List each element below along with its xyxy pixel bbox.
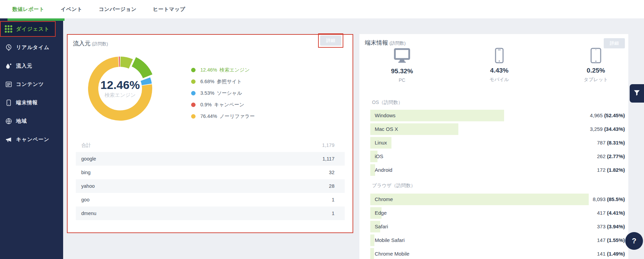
legend-color-dot — [191, 68, 196, 72]
device-detail-button[interactable]: 詳細 — [604, 38, 625, 48]
os-row: Mac OS X 3,259 (34.43%) — [370, 123, 626, 135]
table-row: bing 32 — [76, 166, 345, 179]
browser-percent: (4.41%) — [607, 210, 625, 216]
traffic-source-panel: 流入元(訪問数) 詳細 12.46% 検索エンジン 12.46% 検索エンジン … — [67, 34, 353, 233]
os-percent: (2.77%) — [607, 153, 625, 159]
browser-row: Mobile Safari 147 (1.55%) — [370, 234, 626, 246]
sidebar-item-label: コンテンツ — [16, 81, 44, 88]
sidebar-item-icon — [5, 44, 12, 51]
donut-svg — [84, 53, 156, 124]
filter-button[interactable] — [630, 84, 644, 103]
nav-tab[interactable]: イベント — [61, 6, 82, 13]
browser-value: 8,093 (85.5%) — [593, 194, 625, 205]
nav-tab[interactable]: コンバージョン — [99, 6, 137, 13]
legend-color-dot — [191, 79, 196, 84]
browser-row: Safari 373 (3.94%) — [370, 221, 626, 232]
source-name: google — [81, 156, 96, 162]
top-nav: 数値レポートイベントコンバージョンヒートマップ — [0, 0, 644, 18]
sidebar-item-label: キャンペーン — [16, 136, 49, 143]
os-value: 172 (1.82%) — [597, 164, 625, 176]
legend-label: キャンペーン — [214, 102, 244, 108]
device-stat: 4.43% モバイル — [465, 48, 533, 83]
os-name: Windows — [375, 110, 396, 121]
os-name: iOS — [375, 151, 383, 162]
donut-segment[interactable] — [145, 79, 147, 84]
help-button[interactable]: ? — [625, 232, 643, 250]
total-label: 合計 — [81, 142, 91, 149]
legend-percent: 6.68% — [200, 79, 214, 84]
traffic-detail-button[interactable]: 詳細 — [320, 35, 341, 46]
os-row: Windows 4,965 (52.45%) — [370, 110, 626, 121]
os-list: Windows 4,965 (52.45%) Mac OS X 3,259 (3… — [370, 110, 626, 178]
legend-percent: 3.53% — [200, 90, 214, 96]
browser-bar — [370, 248, 374, 259]
browser-row: Chrome Mobile 141 (1.49%) — [370, 248, 626, 259]
device-info-panel: 端末情報(訪問数) 詳細 95.32% PC 4.43% モバイル 0.25% … — [359, 34, 628, 259]
sidebar-item[interactable]: ダイジェスト — [0, 21, 56, 37]
donut-segment[interactable] — [120, 62, 131, 64]
sidebar-item[interactable]: キャンペーン — [0, 132, 63, 147]
sidebar-item[interactable]: 地域 — [0, 113, 63, 129]
legend-item[interactable]: 6.68% 参照サイト — [191, 76, 255, 87]
os-row: Android 172 (1.82%) — [370, 164, 626, 176]
os-percent: (8.31%) — [607, 140, 625, 146]
source-name: goo — [81, 197, 89, 202]
legend-item[interactable]: 0.9% キャンペーン — [191, 99, 255, 110]
device-icon — [590, 48, 601, 64]
sidebar-item[interactable]: リアルタイム — [0, 40, 63, 55]
donut-segment[interactable] — [134, 62, 147, 76]
device-percent: 4.43% — [465, 67, 533, 74]
nav-tab[interactable]: ヒートマップ — [153, 6, 185, 13]
browser-section-heading: ブラウザ（訪問数） — [372, 183, 415, 189]
sidebar-item[interactable]: 流入元 — [0, 58, 63, 74]
browser-bar — [370, 194, 589, 205]
legend-item[interactable]: 76.44% ノーリファラー — [191, 110, 255, 122]
sidebar-item[interactable]: 端末情報 — [0, 95, 63, 110]
traffic-donut-chart[interactable]: 12.46% 検索エンジン — [84, 53, 156, 124]
sidebar-item-label: ダイジェスト — [16, 26, 49, 32]
sidebar-item-icon — [5, 80, 12, 88]
os-count: 3,259 — [590, 126, 603, 132]
panel-subtitle-text: (訪問数) — [92, 41, 108, 46]
legend-item[interactable]: 12.46% 検索エンジン — [191, 64, 255, 76]
sidebar-item-icon — [5, 136, 12, 143]
table-row: dmenu 1 — [76, 207, 345, 220]
browser-bar — [370, 234, 374, 246]
legend-color-dot — [191, 103, 196, 107]
device-label: モバイル — [465, 77, 533, 83]
legend-label: 検索エンジン — [219, 67, 249, 73]
sidebar-item[interactable]: コンテンツ — [0, 76, 63, 92]
device-percent: 95.32% — [368, 67, 436, 75]
device-panel-title: 端末情報(訪問数) — [365, 39, 406, 47]
browser-percent: (1.49%) — [607, 251, 625, 257]
os-value: 787 (8.31%) — [597, 137, 625, 149]
legend-percent: 12.46% — [200, 67, 217, 73]
legend-label: ソーシャル — [217, 90, 242, 96]
os-value: 262 (2.77%) — [597, 151, 625, 162]
os-name: Mac OS X — [375, 123, 398, 135]
os-percent: (1.82%) — [607, 167, 625, 173]
browser-percent: (3.94%) — [607, 224, 625, 229]
source-visits: 1,117 — [323, 156, 334, 162]
source-visits: 1 — [332, 197, 334, 202]
legend-item[interactable]: 3.53% ソーシャル — [191, 87, 255, 99]
os-row: iOS 262 (2.77%) — [370, 151, 626, 162]
sidebar-menu: ダイジェスト リアルタイム 流入元 コンテンツ 端末情報 地域 キャンペーン — [0, 18, 63, 147]
browser-name: Mobile Safari — [375, 234, 405, 246]
source-name: bing — [81, 170, 90, 175]
browser-value: 141 (1.49%) — [597, 248, 625, 259]
os-name: Linux — [375, 137, 387, 149]
nav-tab[interactable]: 数値レポート — [12, 6, 44, 13]
sidebar-item-icon — [5, 99, 12, 106]
browser-value: 417 (4.41%) — [597, 207, 625, 219]
legend-color-dot — [191, 91, 196, 95]
funnel-icon — [633, 89, 641, 98]
browser-count: 417 — [597, 210, 605, 216]
device-stat: 0.25% タブレット — [562, 48, 630, 83]
panel-title-text: 端末情報 — [365, 40, 388, 46]
report-tabs: 数値レポートイベントコンバージョンヒートマップ — [12, 6, 185, 13]
os-value: 3,259 (34.43%) — [590, 123, 625, 135]
sidebar-item-icon — [5, 62, 12, 70]
source-visits: 28 — [329, 183, 334, 189]
os-section-heading: OS（訪問数） — [372, 100, 403, 106]
